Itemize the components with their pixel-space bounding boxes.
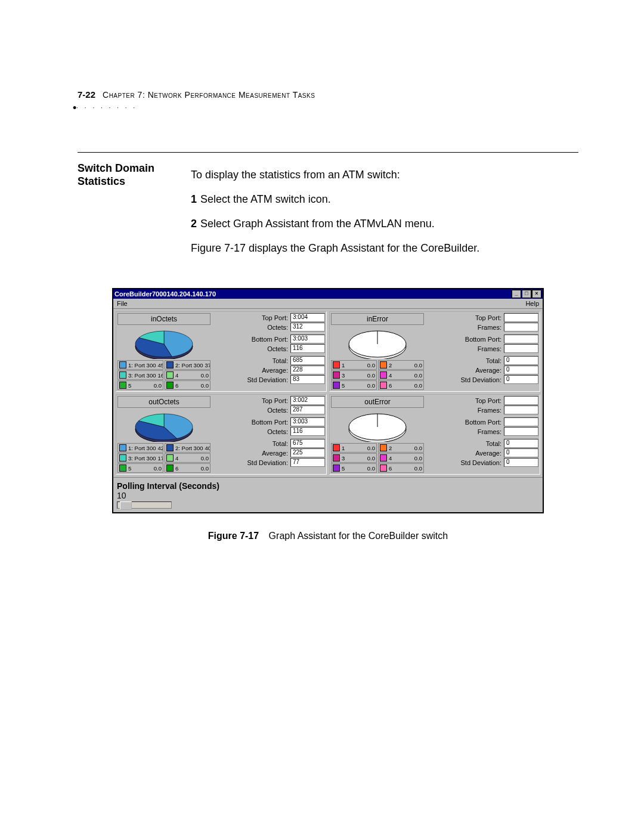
menu-help[interactable]: Help	[525, 300, 539, 307]
legend: 1 0.0 2 0.0 3 0.0 4 0.0 5 0.0 6 0.0	[331, 443, 424, 473]
stat-value: 3:004	[290, 313, 325, 322]
stats-column: Top Port:3:004 Octets:312 Bottom Port:3:…	[212, 312, 326, 391]
legend-item: 2 0.0	[378, 443, 424, 453]
stat-label: Total:	[426, 357, 501, 364]
swatch-icon	[166, 371, 174, 379]
figure-caption: Graph Assistant for the CoreBuilder swit…	[269, 531, 448, 541]
chart-panel-inError: inError 1 0.0 2 0.0 3 0.0 4 0.0	[329, 311, 540, 392]
legend-value: 37.5	[205, 362, 210, 368]
chart-panel-outOctets: outOctets 1: Port 300 42.5 2: Port 300 4…	[116, 394, 327, 475]
swatch-icon	[119, 465, 126, 472]
stat-label: Top Port:	[426, 314, 501, 321]
legend-value: 0.0	[414, 445, 422, 451]
legend-value: 0.0	[367, 362, 375, 368]
stat-label: Total:	[213, 357, 288, 364]
legend-label: 3	[342, 455, 366, 462]
legend-label: 6	[175, 382, 199, 389]
swatch-icon	[380, 361, 387, 368]
legend-label: 1	[342, 445, 366, 451]
stat-value	[504, 335, 538, 343]
stat-label: Average:	[213, 367, 288, 374]
legend-item: 5 0.0	[331, 463, 377, 473]
close-icon[interactable]: ×	[532, 290, 541, 298]
legend-item: 1: Port 300 45.5	[117, 360, 163, 370]
page-number: 7-22	[78, 89, 95, 100]
stat-label: Std Deviation:	[213, 459, 288, 466]
legend: 1: Port 300 45.5 2: Port 300 37.5 3: Por…	[117, 360, 210, 390]
stat-value: 0	[504, 448, 538, 457]
legend-value: 0.0	[154, 382, 162, 389]
legend-value: 16.9	[157, 372, 163, 379]
chart-panel-inOctets: inOctets 1: Port 300 45.5 2: Port 300 37…	[116, 311, 327, 392]
polling-value: 10	[117, 491, 539, 500]
legend-item: 2: Port 300 37.5	[165, 360, 210, 370]
chapter-label: Chapter 7: Network Performance Measureme…	[103, 90, 315, 100]
stat-label: Average:	[426, 367, 501, 374]
stat-label: Octets:	[213, 345, 288, 352]
chart-title: inError	[331, 313, 424, 325]
stat-value	[504, 323, 538, 332]
legend-value: 40.3	[205, 445, 210, 451]
stat-value: 3:003	[290, 335, 325, 343]
stat-label: Frames:	[426, 345, 501, 352]
stat-label: Average:	[213, 450, 288, 457]
slider-thumb-icon[interactable]	[120, 501, 132, 510]
legend-value: 0.0	[367, 455, 375, 462]
legend-item: 1 0.0	[331, 443, 377, 453]
menu-file[interactable]: File	[117, 300, 128, 307]
legend-label: 2	[389, 445, 413, 451]
stat-label: Bottom Port:	[213, 336, 288, 343]
stat-value: 312	[290, 323, 325, 332]
legend-value: 0.0	[414, 362, 422, 368]
graph-assistant-window: CoreBuilder7000140.204.140.170 _ □ × Fil…	[113, 289, 543, 513]
legend-item: 5 0.0	[117, 380, 163, 390]
swatch-icon	[333, 361, 340, 368]
intro-text: To display the statistics from an ATM sw…	[191, 167, 578, 183]
legend-label: 1: Port 300	[128, 362, 156, 368]
swatch-icon	[119, 361, 126, 368]
legend-value: 0.0	[367, 372, 375, 379]
minimize-icon[interactable]: _	[512, 290, 521, 298]
stat-value: 0	[504, 366, 538, 374]
polling-slider[interactable]	[117, 501, 172, 509]
stat-value: 83	[290, 375, 325, 384]
legend-item: 3: Port 300 17.2	[117, 453, 163, 463]
figure-label: Figure 7-17	[208, 531, 259, 541]
stat-value: 225	[290, 448, 325, 457]
legend-label: 6	[175, 465, 199, 472]
section-heading: Switch Domain Statistics	[78, 162, 173, 265]
legend-label: 4	[389, 372, 413, 379]
step-number: 2	[191, 218, 197, 230]
swatch-icon	[119, 382, 126, 389]
decorative-dots: · · · · · · · ·	[73, 102, 578, 110]
step-text: Select the ATM switch icon.	[200, 193, 331, 205]
legend-item: 4 0.0	[165, 370, 210, 380]
legend-label: 2: Port 300	[175, 362, 203, 368]
legend-value: 0.0	[201, 465, 209, 472]
legend-value: 0.0	[414, 382, 422, 389]
legend-label: 5	[342, 465, 366, 472]
stat-value	[504, 427, 538, 436]
stat-label: Top Port:	[213, 397, 288, 404]
stat-label: Top Port:	[426, 397, 501, 404]
stat-value: 0	[504, 458, 538, 467]
stat-label: Bottom Port:	[426, 336, 501, 343]
stat-value: 0	[504, 356, 538, 365]
legend-item: 6 0.0	[165, 463, 210, 473]
step-number: 1	[191, 193, 197, 205]
window-title: CoreBuilder7000140.204.140.170	[114, 290, 216, 298]
maximize-icon[interactable]: □	[522, 290, 531, 298]
stat-label: Frames:	[426, 428, 501, 435]
section-divider	[78, 152, 578, 153]
legend: 1 0.0 2 0.0 3 0.0 4 0.0 5 0.0 6 0.0	[331, 360, 424, 390]
swatch-icon	[380, 454, 387, 462]
swatch-icon	[166, 444, 174, 451]
stat-label: Octets:	[213, 407, 288, 414]
legend-item: 1: Port 300 42.5	[117, 443, 163, 453]
window-titlebar[interactable]: CoreBuilder7000140.204.140.170 _ □ ×	[113, 289, 543, 299]
legend-item: 4 0.0	[378, 370, 424, 380]
swatch-icon	[333, 371, 340, 379]
stats-column: Top Port: Frames: Bottom Port: Frames: T…	[425, 312, 540, 391]
stat-value: 675	[290, 439, 325, 448]
legend-label: 2	[389, 362, 413, 368]
